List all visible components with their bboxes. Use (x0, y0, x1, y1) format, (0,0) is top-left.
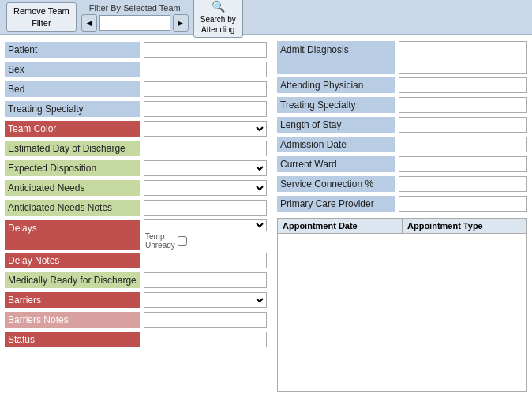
treating-specialty-input[interactable] (144, 101, 267, 117)
patient-label: Patient (5, 42, 140, 58)
delay-notes-row: Delay Notes (5, 252, 267, 269)
length-of-stay-label: Length of Stay (277, 117, 395, 133)
treating-specialty-right-label: Treating Specialty (277, 97, 395, 113)
primary-care-input[interactable] (399, 196, 527, 212)
bed-row: Bed (5, 81, 267, 98)
barriers-row: Barriers (5, 291, 267, 309)
search-label: Search by Attending (200, 14, 236, 35)
toolbar: Remove Team Filter Filter By Selected Te… (0, 0, 532, 35)
sex-label: Sex (5, 62, 140, 77)
anticipated-needs-select[interactable] (144, 180, 267, 196)
medically-ready-label: Medically Ready for Discharge (5, 272, 140, 288)
admission-date-label: Admission Date (277, 137, 395, 152)
length-of-stay-input[interactable] (399, 117, 527, 133)
search-icon: 🔍 (212, 0, 225, 14)
barriers-notes-label: Barriers Notes (5, 312, 140, 328)
nav-right-button[interactable]: ► (173, 14, 189, 32)
temp-unready-label: TempUnready (145, 232, 175, 250)
appointments-header: Appointment Date Appointment Type (278, 219, 526, 234)
temp-unready-row: TempUnready (144, 232, 267, 250)
bed-label: Bed (5, 81, 140, 97)
sex-row: Sex (5, 61, 267, 78)
delays-select[interactable] (144, 219, 267, 231)
patient-row: Patient (5, 41, 267, 58)
barriers-select[interactable] (144, 292, 267, 308)
left-panel: Patient Sex Bed Treating Specialty Team … (0, 35, 272, 398)
filter-nav-row: ◄ ► (81, 14, 189, 32)
delays-row: Delays TempUnready (5, 219, 267, 250)
anticipated-needs-notes-input[interactable] (144, 200, 267, 216)
expected-disposition-label: Expected Disposition (5, 160, 140, 176)
barriers-label: Barriers (5, 292, 140, 308)
delays-label: Delays (5, 220, 140, 250)
appointments-section: Appointment Date Appointment Type (277, 218, 527, 392)
right-panel: Admit Diagnosis Attending Physician Trea… (272, 35, 532, 398)
status-input[interactable] (144, 332, 267, 347)
estimated-day-label: Estimated Day of Discharge (5, 141, 140, 156)
barriers-notes-row: Barriers Notes (5, 311, 267, 329)
appointment-date-header: Appointment Date (278, 219, 403, 233)
main-content: Patient Sex Bed Treating Specialty Team … (0, 35, 532, 398)
anticipated-needs-label: Anticipated Needs (5, 180, 140, 196)
anticipated-needs-notes-row: Anticipated Needs Notes (5, 199, 267, 216)
admit-diagnosis-row: Admit Diagnosis (277, 41, 527, 74)
medically-ready-row: Medically Ready for Discharge (5, 272, 267, 289)
service-connection-label: Service Connection % (277, 176, 395, 192)
sex-input[interactable] (144, 62, 267, 77)
admit-diagnosis-input[interactable] (399, 41, 527, 74)
anticipated-needs-row: Anticipated Needs (5, 179, 267, 197)
nav-left-button[interactable]: ◄ (81, 14, 97, 32)
admit-diagnosis-label: Admit Diagnosis (277, 41, 395, 74)
anticipated-needs-notes-label: Anticipated Needs Notes (5, 200, 140, 216)
bed-input[interactable] (144, 81, 267, 97)
service-connection-row: Service Connection % (277, 175, 527, 193)
primary-care-label: Primary Care Provider (277, 196, 395, 212)
delay-notes-label: Delay Notes (5, 253, 140, 268)
temp-unready-checkbox[interactable] (178, 236, 187, 246)
length-of-stay-row: Length of Stay (277, 116, 527, 133)
service-connection-input[interactable] (399, 176, 527, 192)
delay-notes-input[interactable] (144, 253, 267, 268)
treating-specialty-right-row: Treating Specialty (277, 96, 527, 114)
medically-ready-input[interactable] (144, 272, 267, 288)
appointments-body (278, 234, 526, 281)
estimated-day-row: Estimated Day of Discharge (5, 140, 267, 157)
filter-group: Filter By Selected Team ◄ ► (81, 3, 189, 32)
attending-physician-input[interactable] (399, 77, 527, 93)
attending-physician-label: Attending Physician (277, 77, 395, 93)
patient-input[interactable] (144, 42, 267, 58)
current-ward-input[interactable] (399, 156, 527, 172)
team-color-select[interactable] (144, 121, 267, 137)
attending-physician-row: Attending Physician (277, 77, 527, 94)
remove-filter-button[interactable]: Remove Team Filter (6, 2, 77, 32)
treating-specialty-label: Treating Specialty (5, 101, 140, 117)
team-color-row: Team Color (5, 120, 267, 137)
expected-disposition-row: Expected Disposition (5, 160, 267, 177)
filter-input[interactable] (99, 15, 170, 31)
primary-care-row: Primary Care Provider (277, 195, 527, 212)
team-color-label: Team Color (5, 121, 140, 137)
admission-date-input[interactable] (399, 137, 527, 152)
delays-right: TempUnready (144, 219, 267, 250)
appointment-type-header: Appointment Type (403, 219, 526, 233)
status-row: Status (5, 331, 267, 348)
barriers-notes-input[interactable] (144, 312, 267, 328)
status-label: Status (5, 332, 140, 347)
current-ward-row: Current Ward (277, 156, 527, 173)
search-by-attending-button[interactable]: 🔍 Search by Attending (193, 0, 243, 38)
estimated-day-input[interactable] (144, 141, 267, 156)
expected-disposition-select[interactable] (144, 160, 267, 176)
admission-date-row: Admission Date (277, 136, 527, 153)
treating-specialty-row: Treating Specialty (5, 100, 267, 118)
treating-specialty-right-input[interactable] (399, 97, 527, 113)
current-ward-label: Current Ward (277, 156, 395, 172)
filter-by-label: Filter By Selected Team (89, 3, 181, 13)
